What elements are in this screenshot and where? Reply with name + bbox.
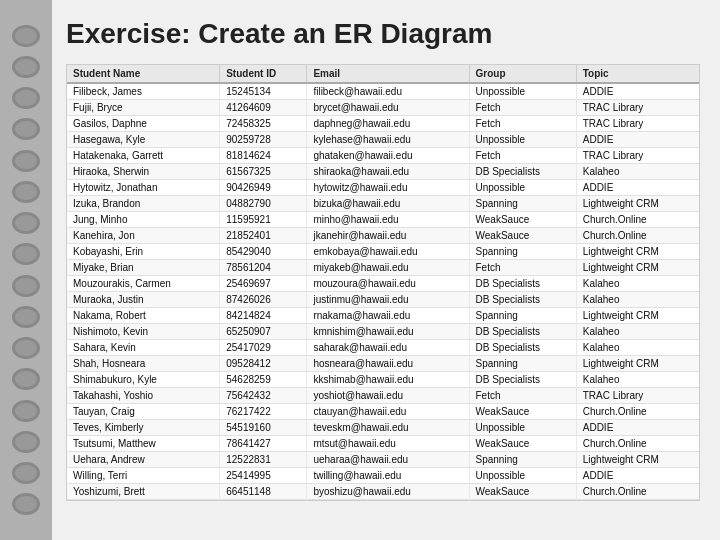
spiral-10 (12, 306, 40, 328)
table-cell: mtsut@hawaii.edu (307, 436, 469, 452)
spiral-1 (12, 25, 40, 47)
table-cell: hosneara@hawaii.edu (307, 356, 469, 372)
table-row: Shah, Hosneara09528412hosneara@hawaii.ed… (67, 356, 699, 372)
table-header: Student Name Student ID Email Group Topi… (67, 65, 699, 83)
table-cell: 25414995 (220, 468, 307, 484)
col-header-group: Group (469, 65, 576, 83)
table-cell: Shah, Hosneara (67, 356, 220, 372)
table-row: Muraoka, Justin87426026justinmu@hawaii.e… (67, 292, 699, 308)
table-cell: 84214824 (220, 308, 307, 324)
table-cell: ADDIE (576, 132, 699, 148)
table-cell: Shimabukuro, Kyle (67, 372, 220, 388)
table-cell: Filibeck, James (67, 83, 220, 100)
notebook-binding (0, 0, 52, 540)
table-cell: WeakSauce (469, 484, 576, 500)
table-cell: Teves, Kimberly (67, 420, 220, 436)
table-cell: 54519160 (220, 420, 307, 436)
spiral-8 (12, 243, 40, 265)
table-cell: brycet@hawaii.edu (307, 100, 469, 116)
table-cell: 25469697 (220, 276, 307, 292)
table-cell: byoshizu@hawaii.edu (307, 484, 469, 500)
table-cell: emkobaya@hawaii.edu (307, 244, 469, 260)
table-cell: Lightweight CRM (576, 356, 699, 372)
table-cell: 90426949 (220, 180, 307, 196)
table-row: Yoshizumi, Brett66451148byoshizu@hawaii.… (67, 484, 699, 500)
table-cell: Sahara, Kevin (67, 340, 220, 356)
table-cell: 78561204 (220, 260, 307, 276)
page-content: Exercise: Create an ER Diagram Student N… (52, 0, 720, 540)
spiral-3 (12, 87, 40, 109)
table-cell: Tauyan, Craig (67, 404, 220, 420)
table-cell: Willing, Terri (67, 468, 220, 484)
table-cell: Izuka, Brandon (67, 196, 220, 212)
table-cell: 41264609 (220, 100, 307, 116)
spiral-4 (12, 118, 40, 140)
table-row: Tauyan, Craig76217422ctauyan@hawaii.eduW… (67, 404, 699, 420)
table-cell: rnakama@hawaii.edu (307, 308, 469, 324)
table-cell: TRAC Library (576, 388, 699, 404)
table-cell: Hatakenaka, Garrett (67, 148, 220, 164)
table-cell: 15245134 (220, 83, 307, 100)
table-cell: Kobayashi, Erin (67, 244, 220, 260)
table-cell: DB Specialists (469, 372, 576, 388)
table-cell: WeakSauce (469, 404, 576, 420)
table-cell: Fetch (469, 116, 576, 132)
table-cell: Nishimoto, Kevin (67, 324, 220, 340)
spiral-12 (12, 368, 40, 390)
table-cell: Fujii, Bryce (67, 100, 220, 116)
table-cell: Kalaheo (576, 276, 699, 292)
table-row: Gasilos, Daphne72458325daphneg@hawaii.ed… (67, 116, 699, 132)
table-cell: DB Specialists (469, 164, 576, 180)
table-row: Hiraoka, Sherwin61567325shiraoka@hawaii.… (67, 164, 699, 180)
table-cell: Lightweight CRM (576, 260, 699, 276)
spiral-16 (12, 493, 40, 515)
table-row: Tsutsumi, Matthew78641427mtsut@hawaii.ed… (67, 436, 699, 452)
table-cell: miyakeb@hawaii.edu (307, 260, 469, 276)
table-cell: 72458325 (220, 116, 307, 132)
table-cell: 75642432 (220, 388, 307, 404)
table-cell: Miyake, Brian (67, 260, 220, 276)
col-header-id: Student ID (220, 65, 307, 83)
table-cell: Lightweight CRM (576, 308, 699, 324)
table-cell: Church.Online (576, 212, 699, 228)
spiral-13 (12, 400, 40, 422)
table-cell: 61567325 (220, 164, 307, 180)
table-cell: Hiraoka, Sherwin (67, 164, 220, 180)
table-cell: 04882790 (220, 196, 307, 212)
table-cell: ADDIE (576, 420, 699, 436)
table-cell: Unpossible (469, 468, 576, 484)
table-cell: jkanehir@hawaii.edu (307, 228, 469, 244)
table-cell: kmnishim@hawaii.edu (307, 324, 469, 340)
table-cell: Takahashi, Yoshio (67, 388, 220, 404)
table-cell: yoshiot@hawaii.edu (307, 388, 469, 404)
table-cell: WeakSauce (469, 228, 576, 244)
table-cell: TRAC Library (576, 116, 699, 132)
col-header-name: Student Name (67, 65, 220, 83)
table-cell: Fetch (469, 260, 576, 276)
spiral-11 (12, 337, 40, 359)
table-cell: Uehara, Andrew (67, 452, 220, 468)
table-body: Filibeck, James15245134filibeck@hawaii.e… (67, 83, 699, 500)
page-title: Exercise: Create an ER Diagram (66, 18, 700, 50)
table-row: Nakama, Robert84214824rnakama@hawaii.edu… (67, 308, 699, 324)
table-cell: Lightweight CRM (576, 452, 699, 468)
table-cell: Kalaheo (576, 292, 699, 308)
table-cell: bizuka@hawaii.edu (307, 196, 469, 212)
spiral-6 (12, 181, 40, 203)
table-cell: Lightweight CRM (576, 196, 699, 212)
table-cell: DB Specialists (469, 340, 576, 356)
table-cell: Unpossible (469, 83, 576, 100)
table-cell: justinmu@hawaii.edu (307, 292, 469, 308)
table-cell: Church.Online (576, 484, 699, 500)
table-cell: Kalaheo (576, 340, 699, 356)
table-cell: 81814624 (220, 148, 307, 164)
table-cell: teveskm@hawaii.edu (307, 420, 469, 436)
table-cell: Tsutsumi, Matthew (67, 436, 220, 452)
table-row: Takahashi, Yoshio75642432yoshiot@hawaii.… (67, 388, 699, 404)
table-cell: 09528412 (220, 356, 307, 372)
table-cell: 66451148 (220, 484, 307, 500)
table-cell: Mouzourakis, Carmen (67, 276, 220, 292)
table-cell: DB Specialists (469, 324, 576, 340)
table-row: Izuka, Brandon04882790bizuka@hawaii.eduS… (67, 196, 699, 212)
table-cell: Fetch (469, 100, 576, 116)
